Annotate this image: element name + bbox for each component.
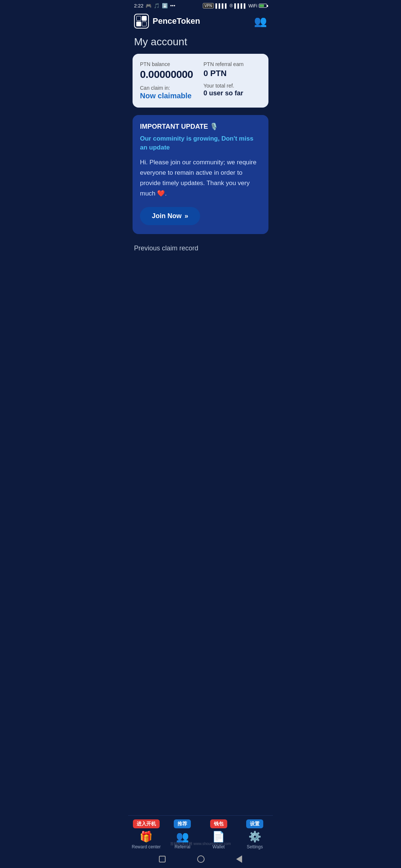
total-ref-value: 0 user so far xyxy=(203,89,261,97)
balance-card: PTN balance 0.00000000 Can claim in: Now… xyxy=(133,54,268,108)
battery-icon xyxy=(259,4,267,8)
wifi-icon: WiFi xyxy=(248,3,257,9)
ptn-balance-value: 0.00000000 xyxy=(140,69,198,80)
can-claim-value: Now claimable xyxy=(140,92,198,100)
logo-sq-br xyxy=(142,22,147,26)
more-icon: ••• xyxy=(170,3,175,9)
total-ref-label: Your total ref. xyxy=(203,83,261,89)
status-left: 2:22 🎮 🎵 ⬇️ ••• xyxy=(134,3,175,9)
logo-sq-tl xyxy=(136,16,141,21)
app-name: PenceToken xyxy=(153,16,200,26)
status-right: VPN ▌▌▌▌ ® ▌▌▌▌ WiFi xyxy=(203,3,267,9)
balance-right: PTN referral earn 0 PTN Your total ref. … xyxy=(203,61,261,100)
join-now-button[interactable]: Join Now » xyxy=(140,207,200,225)
join-btn-label: Join Now xyxy=(152,212,182,220)
update-title: IMPORTANT UPDATE 🎙️ xyxy=(140,122,261,131)
media-icon: 🎵 xyxy=(154,3,160,9)
download-icon: ⬇️ xyxy=(162,3,168,9)
users-icon[interactable]: 👥 xyxy=(254,15,267,27)
discord-icon: 🎮 xyxy=(146,3,151,9)
previous-claim-title: Previous claim record xyxy=(128,241,273,258)
referral-earn-value: 0 PTN xyxy=(203,69,261,78)
logo-sq-bl xyxy=(136,22,141,26)
signal2-icon: ▌▌▌▌ xyxy=(234,3,247,9)
balance-left: PTN balance 0.00000000 Can claim in: Now… xyxy=(140,61,198,100)
page-title: My account xyxy=(128,34,273,54)
time: 2:22 xyxy=(134,3,143,9)
can-claim-label: Can claim in: xyxy=(140,85,198,91)
vpn-badge: VPN xyxy=(203,3,214,9)
update-subtitle: Our comminity is growing, Don't miss an … xyxy=(140,134,261,152)
join-btn-icon: » xyxy=(185,212,188,220)
logo-sq-tr xyxy=(142,16,147,21)
r-icon: ® xyxy=(229,3,233,9)
logo-area: PenceToken xyxy=(134,14,200,29)
status-bar: 2:22 🎮 🎵 ⬇️ ••• VPN ▌▌▌▌ ® ▌▌▌▌ WiFi xyxy=(128,0,273,10)
update-body: Hi. Please join our community; we requir… xyxy=(140,157,261,199)
logo-box xyxy=(134,14,149,29)
header: PenceToken 👥 xyxy=(128,10,273,34)
ptn-balance-label: PTN balance xyxy=(140,61,198,67)
update-card: IMPORTANT UPDATE 🎙️ Our comminity is gro… xyxy=(133,115,268,234)
signal-icon: ▌▌▌▌ xyxy=(215,3,228,9)
referral-earn-label: PTN referral earn xyxy=(203,61,261,67)
